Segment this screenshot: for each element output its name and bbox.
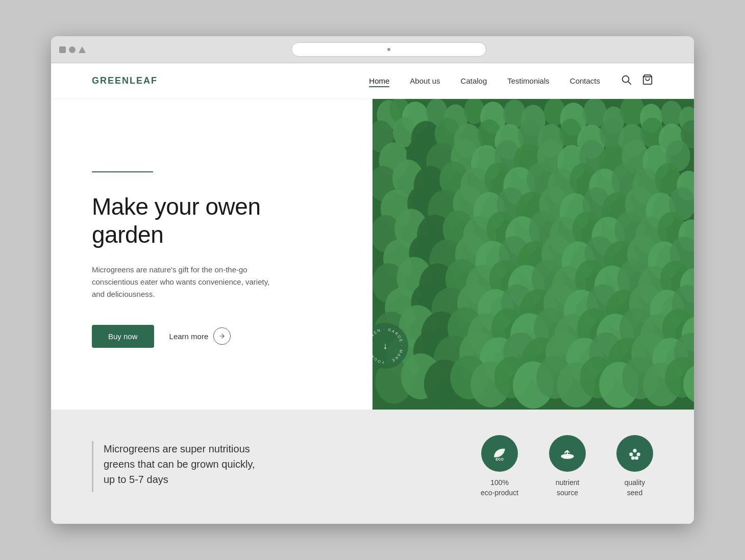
bottom-section: Microgreens are super nutritious greens …: [51, 410, 694, 523]
browser-chrome: [51, 36, 694, 63]
svg-point-189: [635, 456, 638, 460]
svg-point-19: [661, 101, 682, 128]
nutrient-icon: [558, 444, 577, 463]
nav-link-home[interactable]: Home: [369, 77, 389, 87]
feature-nutrient: nutrientsource: [549, 435, 586, 498]
hero-description: Microgreens are nature's gift for the on…: [92, 264, 276, 300]
nav-item-about[interactable]: About us: [410, 77, 440, 86]
bottom-features: ECO 100%eco-product: [481, 435, 653, 498]
hero-content: Make your owen garden Microgreens are na…: [51, 99, 373, 410]
eco-icon-circle: ECO: [481, 435, 518, 472]
maximize-button[interactable]: [79, 46, 86, 53]
address-bar[interactable]: [291, 42, 486, 57]
nutrient-icon-circle: [549, 435, 586, 472]
badge-circular-text: · OWEN · GARDE · MAKE · YOUR: [373, 323, 408, 369]
cart-icon[interactable]: [642, 74, 653, 88]
nav-links: Home About us Catalog Testimonials Conta…: [369, 77, 600, 86]
nav-link-contacts[interactable]: Contacts: [570, 77, 600, 85]
svg-point-188: [631, 456, 635, 460]
window-controls: [59, 46, 86, 53]
hero-actions: Buy now Learn more: [92, 325, 332, 348]
nav-item-testimonials[interactable]: Testimonials: [507, 77, 550, 86]
close-button[interactable]: [69, 46, 76, 53]
navigation: GREENLEAF Home About us Catalog Testimon…: [51, 63, 694, 99]
search-icon[interactable]: [620, 74, 632, 88]
buy-now-button[interactable]: Buy now: [92, 325, 154, 348]
nav-item-contacts[interactable]: Contacts: [570, 77, 600, 86]
feature-seed: qualityseed: [616, 435, 653, 498]
hero-decorative-line: [92, 171, 153, 172]
seed-icon: [626, 444, 644, 463]
hero-image: · OWEN · GARDE · MAKE · YOUR ↓: [373, 99, 694, 410]
nutrient-label: nutrientsource: [556, 478, 580, 498]
svg-point-185: [633, 449, 636, 452]
badge-down-arrow: ↓: [383, 341, 388, 351]
feature-eco: ECO 100%eco-product: [481, 435, 518, 498]
nav-link-about[interactable]: About us: [410, 77, 440, 85]
nav-link-catalog[interactable]: Catalog: [461, 77, 487, 85]
learn-more-button[interactable]: Learn more: [169, 327, 231, 345]
seed-label: qualityseed: [625, 478, 645, 498]
bottom-left: Microgreens are super nutritious greens …: [92, 441, 257, 492]
hero-title: Make your owen garden: [92, 193, 332, 249]
circular-badge: · OWEN · GARDE · MAKE · YOUR ↓: [373, 323, 408, 369]
svg-point-187: [637, 453, 640, 456]
search-icon: [387, 48, 390, 51]
hero-section: Make your owen garden Microgreens are na…: [51, 99, 694, 410]
svg-text:· OWEN · GARDE · MAKE · YOUR: · OWEN · GARDE · MAKE · YOUR: [373, 327, 404, 365]
nav-item-catalog[interactable]: Catalog: [461, 77, 487, 86]
bottom-description: Microgreens are super nutritious greens …: [104, 441, 257, 487]
learn-more-arrow-circle: [213, 327, 231, 345]
browser-window: GREENLEAF Home About us Catalog Testimon…: [51, 36, 694, 523]
nav-icons: [620, 74, 653, 88]
nav-link-testimonials[interactable]: Testimonials: [507, 77, 550, 85]
svg-point-186: [629, 453, 633, 456]
svg-line-1: [628, 82, 631, 85]
eco-icon: ECO: [490, 444, 509, 463]
learn-more-label: Learn more: [169, 332, 209, 341]
svg-text:ECO: ECO: [495, 457, 504, 462]
website-content: GREENLEAF Home About us Catalog Testimon…: [51, 63, 694, 523]
minimize-button[interactable]: [59, 46, 66, 53]
eco-label: 100%eco-product: [481, 478, 518, 498]
nav-item-home[interactable]: Home: [369, 77, 389, 86]
logo[interactable]: GREENLEAF: [92, 75, 158, 86]
seed-icon-circle: [616, 435, 653, 472]
bottom-divider: [92, 441, 93, 492]
